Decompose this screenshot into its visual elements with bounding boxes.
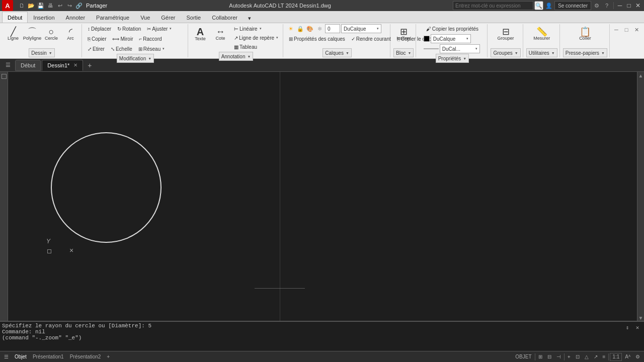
tableau-button[interactable]: ▦Tableau xyxy=(231,42,281,51)
tab-objet[interactable]: Objet xyxy=(13,351,29,362)
tab-debut[interactable]: Début xyxy=(2,12,28,23)
grid-icon[interactable]: ⊞ xyxy=(536,354,544,359)
settings-icon[interactable]: ⚙ xyxy=(592,1,601,10)
snap-icon[interactable]: ⊟ xyxy=(545,354,553,359)
inserer-button[interactable]: ⊞ Insérer xyxy=(394,24,413,44)
dessin-dropdown[interactable]: Dessin ▼ xyxy=(29,48,55,57)
cmd-close-icon[interactable]: ✕ xyxy=(633,323,642,332)
menu-toggle-status[interactable]: ☰ xyxy=(2,351,11,362)
etirer-button[interactable]: ⤢Etirer xyxy=(85,44,107,53)
status-icon3[interactable]: △ xyxy=(583,354,591,359)
layer-freeze-icon[interactable]: ❄ xyxy=(315,24,324,33)
tab-sortie[interactable]: Sortie xyxy=(181,12,206,23)
redo-icon[interactable]: ↪ xyxy=(65,1,74,10)
annotation-dropdown[interactable]: Annotation ▼ xyxy=(219,52,254,61)
tab-debut-layout[interactable]: Début xyxy=(15,60,41,71)
deplacer-button[interactable]: ↕Déplacer xyxy=(85,24,114,33)
ajuster-button[interactable]: ✂Ajuster▾ xyxy=(144,24,174,33)
grouper-button[interactable]: ⊟ Grouper xyxy=(497,24,515,44)
share-btn[interactable]: Partager xyxy=(86,3,107,9)
cote-button[interactable]: ↔ Cote xyxy=(211,24,229,44)
layer-color-icon[interactable]: 🎨 xyxy=(305,24,314,33)
undo-icon[interactable]: ↩ xyxy=(55,1,64,10)
copier-button[interactable]: ⎘Copier xyxy=(85,34,109,43)
drawing-restore-icon[interactable]: □ xyxy=(622,25,631,34)
tab-annoter[interactable]: Annoter xyxy=(60,12,91,23)
polyligne-button[interactable]: ⌒ Polyligne xyxy=(23,24,41,44)
status-icon5[interactable]: ≡ xyxy=(601,354,608,359)
raccord-button[interactable]: ⌐Raccord xyxy=(136,34,164,43)
prop-calques-button[interactable]: ⊞Propriétés des calques xyxy=(286,34,348,43)
drawing-area[interactable]: × Y ▲ ▼ xyxy=(8,72,644,321)
close-button[interactable]: ✕ xyxy=(634,2,642,10)
presse-papiers-dropdown[interactable]: Presse-papiers ▼ xyxy=(563,48,607,57)
mesurer-button[interactable]: 📏 Mesurer xyxy=(533,24,551,44)
linetype-dropdown[interactable]: DuCal... ▾ xyxy=(440,44,480,53)
scroll-up-icon[interactable]: ▲ xyxy=(638,73,643,78)
modification-dropdown[interactable]: Modification ▼ xyxy=(117,54,154,63)
drawing-close-icon[interactable]: ✕ xyxy=(632,25,641,34)
help-icon[interactable]: ? xyxy=(602,1,611,10)
user-icon[interactable]: 👤 xyxy=(544,1,553,10)
bloc-dropdown[interactable]: Bloc ▼ xyxy=(393,48,414,57)
sidebar-toggle[interactable]: ☰ xyxy=(2,60,14,71)
search-button[interactable]: 🔍 xyxy=(534,1,543,10)
rotation-button[interactable]: ↻Rotation xyxy=(115,24,143,33)
annotative-icon[interactable]: Aᴬ xyxy=(623,354,632,359)
tab-vue[interactable]: Vue xyxy=(135,12,155,23)
ligne-repere-button[interactable]: ↗Ligne de repère▾ xyxy=(231,33,281,42)
open-icon[interactable]: 📂 xyxy=(27,1,36,10)
tab-add-button[interactable]: + xyxy=(84,60,95,71)
rendre-courant-button[interactable]: ✓Rendre courant xyxy=(349,34,393,43)
arc-button[interactable]: ◜ Arc xyxy=(61,24,79,44)
ortho-icon[interactable]: ⊣ xyxy=(554,354,563,359)
tab-presentation1[interactable]: Présentation1 xyxy=(31,351,66,362)
connect-button[interactable]: Se connecter xyxy=(554,1,591,10)
lineaire-button[interactable]: ⊢Linéaire▾ xyxy=(231,24,281,33)
proprietes-dropdown[interactable]: Propriétés ▼ xyxy=(436,54,469,63)
status-icon2[interactable]: ⊡ xyxy=(574,354,582,359)
add-presentation-button[interactable]: + xyxy=(105,351,112,362)
workspace-icon[interactable]: ⚙ xyxy=(633,354,642,359)
calques-dropdown[interactable]: Calques ▼ xyxy=(323,48,352,57)
minimize-button[interactable]: ─ xyxy=(616,2,624,10)
objet-label[interactable]: OBJET xyxy=(513,354,533,359)
drag-handle[interactable] xyxy=(47,249,51,253)
plot-icon[interactable]: 🖶 xyxy=(46,1,55,10)
scroll-down-icon[interactable]: ▼ xyxy=(638,315,643,321)
miroir-button[interactable]: ⟺Miroir xyxy=(110,34,135,43)
tab-file[interactable]: Dessin1* ✕ xyxy=(42,60,83,71)
layer-sun-icon[interactable]: ☀ xyxy=(286,24,295,33)
vertical-scrollbar[interactable]: ▲ ▼ xyxy=(637,72,644,321)
copier-prop-button[interactable]: 🖌Copier les propriétés xyxy=(424,24,481,33)
tab-presentation2[interactable]: Présentation2 xyxy=(68,351,103,362)
save-icon[interactable]: 💾 xyxy=(36,1,45,10)
groupes-dd-arrow: ▼ xyxy=(515,51,518,55)
color-dropdown[interactable]: DuCalque ▾ xyxy=(431,34,471,43)
texte-button[interactable]: A Texte xyxy=(191,24,209,44)
tab-insertion[interactable]: Insertion xyxy=(28,12,60,23)
status-icon1[interactable]: ⌖ xyxy=(566,354,573,360)
utilitaires-dropdown[interactable]: Utilitaires ▼ xyxy=(526,48,557,57)
tab-parametrique[interactable]: Paramétrique xyxy=(91,12,135,23)
echelle-button[interactable]: ⤡Echelle xyxy=(108,44,135,53)
ribbon-extra-icon[interactable]: ▾ xyxy=(245,14,254,23)
layer-name-dropdown[interactable]: DuCalque ▾ xyxy=(341,24,381,33)
new-icon[interactable]: 🗋 xyxy=(17,1,26,10)
cmd-toggle-icon[interactable]: ⇕ xyxy=(623,323,632,332)
maximize-button[interactable]: □ xyxy=(625,2,633,10)
tab-collaborer[interactable]: Collaborer xyxy=(206,12,243,23)
coller-icon: 📋 xyxy=(580,27,591,36)
ligne-button[interactable]: ╱ Ligne xyxy=(4,24,22,44)
cercle-button[interactable]: ○ Cercle xyxy=(42,24,60,44)
share-icon[interactable]: 🔗 xyxy=(74,1,84,10)
tab-gerer[interactable]: Gérer xyxy=(155,12,181,23)
drawing-minimize-icon[interactable]: ─ xyxy=(612,25,621,34)
coller-button[interactable]: 📋 Coller xyxy=(576,24,594,44)
layer-lock-icon[interactable]: 🔒 xyxy=(296,24,305,33)
reseau-button[interactable]: ⊞Réseau▾ xyxy=(136,44,167,53)
search-input[interactable] xyxy=(453,1,533,10)
status-icon4[interactable]: ↗ xyxy=(592,354,600,359)
groupes-dropdown[interactable]: Groupes ▼ xyxy=(491,48,520,57)
tab-close-icon[interactable]: ✕ xyxy=(73,62,77,68)
